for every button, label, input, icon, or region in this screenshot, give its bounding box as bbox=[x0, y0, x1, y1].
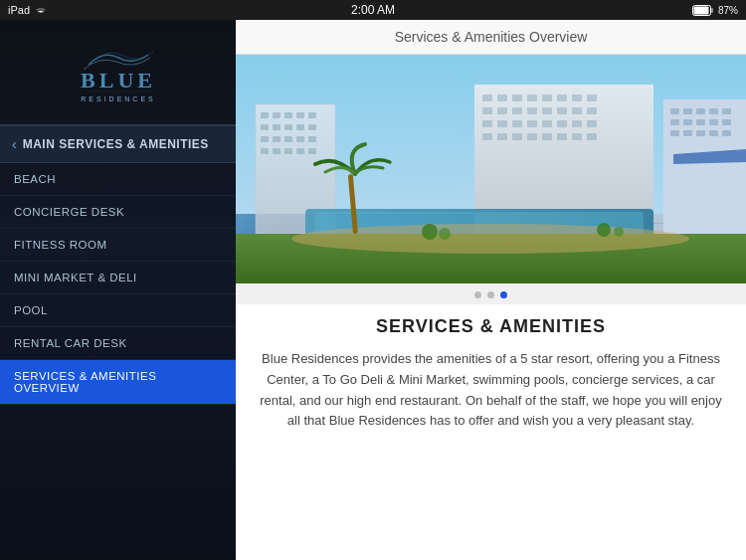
nav-item-services-overview[interactable]: SERVICES & AMENITIES OVERVIEW bbox=[0, 360, 236, 405]
svg-rect-10 bbox=[273, 112, 280, 118]
svg-rect-77 bbox=[722, 130, 731, 136]
svg-rect-67 bbox=[722, 108, 731, 114]
svg-rect-49 bbox=[527, 120, 537, 127]
svg-rect-52 bbox=[572, 120, 582, 127]
services-description: Blue Residences provides the amenities o… bbox=[256, 349, 726, 432]
svg-rect-74 bbox=[683, 130, 692, 136]
scene-svg bbox=[236, 55, 746, 283]
svg-rect-45 bbox=[587, 107, 597, 114]
svg-rect-48 bbox=[512, 120, 522, 127]
svg-rect-35 bbox=[557, 94, 567, 101]
svg-rect-44 bbox=[572, 107, 582, 114]
svg-rect-43 bbox=[557, 107, 567, 114]
svg-rect-34 bbox=[542, 94, 552, 101]
svg-point-86 bbox=[597, 223, 611, 237]
svg-rect-57 bbox=[527, 133, 537, 140]
svg-rect-37 bbox=[587, 94, 597, 101]
svg-text:BLUE: BLUE bbox=[81, 68, 156, 93]
svg-rect-13 bbox=[308, 112, 316, 118]
svg-rect-27 bbox=[296, 148, 304, 154]
nav-item-concierge[interactable]: CONCIERGE DESK bbox=[0, 196, 236, 229]
svg-rect-71 bbox=[709, 119, 718, 125]
svg-rect-22 bbox=[296, 136, 304, 142]
svg-rect-32 bbox=[512, 94, 522, 101]
status-left: iPad bbox=[8, 4, 48, 16]
content-header: Services & Amenities Overview bbox=[236, 20, 746, 55]
dot-1[interactable] bbox=[474, 291, 481, 298]
svg-rect-73 bbox=[670, 130, 679, 136]
svg-point-85 bbox=[439, 228, 451, 240]
svg-rect-25 bbox=[273, 148, 280, 154]
svg-rect-72 bbox=[722, 119, 731, 125]
svg-rect-41 bbox=[527, 107, 537, 114]
svg-rect-21 bbox=[284, 136, 292, 142]
app-container: BLUE RESIDENCES ‹ MAIN SERVICES & AMENIT… bbox=[0, 20, 746, 560]
sidebar: BLUE RESIDENCES ‹ MAIN SERVICES & AMENIT… bbox=[0, 20, 236, 560]
svg-rect-55 bbox=[497, 133, 507, 140]
services-title: SERVICES & AMENITIES bbox=[256, 316, 726, 337]
svg-rect-47 bbox=[497, 120, 507, 127]
svg-rect-20 bbox=[273, 136, 280, 142]
svg-rect-2 bbox=[711, 8, 713, 13]
status-bar: iPad 2:00 AM 87% bbox=[0, 0, 746, 20]
main-content: Services & Amenities Overview bbox=[236, 20, 746, 560]
svg-rect-39 bbox=[497, 107, 507, 114]
nav-header[interactable]: ‹ MAIN SERVICES & AMENITIES bbox=[0, 125, 236, 163]
svg-rect-42 bbox=[542, 107, 552, 114]
svg-rect-17 bbox=[296, 124, 304, 130]
battery-percentage: 87% bbox=[718, 5, 738, 16]
svg-rect-1 bbox=[693, 6, 708, 14]
image-dots bbox=[236, 283, 746, 304]
nav-item-rentalcar[interactable]: RENTAL CAR DESK bbox=[0, 327, 236, 360]
dot-3[interactable] bbox=[500, 291, 507, 298]
svg-rect-51 bbox=[557, 120, 567, 127]
nav-item-pool[interactable]: POOL bbox=[0, 294, 236, 327]
svg-rect-15 bbox=[273, 124, 280, 130]
svg-rect-28 bbox=[308, 148, 316, 154]
nav-header-label: MAIN SERVICES & AMENITIES bbox=[23, 137, 209, 151]
building-scene bbox=[236, 55, 746, 283]
wifi-icon bbox=[34, 5, 48, 15]
svg-rect-60 bbox=[572, 133, 582, 140]
svg-rect-24 bbox=[261, 148, 269, 154]
svg-rect-59 bbox=[557, 133, 567, 140]
svg-point-84 bbox=[422, 224, 438, 240]
svg-rect-11 bbox=[284, 112, 292, 118]
svg-rect-53 bbox=[587, 120, 597, 127]
svg-rect-46 bbox=[482, 120, 492, 127]
svg-rect-58 bbox=[542, 133, 552, 140]
svg-rect-64 bbox=[683, 108, 692, 114]
nav-item-minimarket[interactable]: MINI MARKET & DELI bbox=[0, 262, 236, 294]
svg-point-87 bbox=[614, 227, 624, 237]
svg-rect-56 bbox=[512, 133, 522, 140]
content-body: SERVICES & AMENITIES Blue Residences pro… bbox=[236, 304, 746, 560]
svg-rect-19 bbox=[261, 136, 269, 142]
hero-image bbox=[236, 55, 746, 283]
battery-icon bbox=[692, 5, 714, 16]
dot-2[interactable] bbox=[487, 291, 494, 298]
svg-rect-61 bbox=[587, 133, 597, 140]
svg-rect-68 bbox=[670, 119, 679, 125]
logo-graphic: BLUE RESIDENCES bbox=[59, 40, 178, 109]
svg-rect-65 bbox=[696, 108, 705, 114]
back-chevron-icon: ‹ bbox=[12, 136, 17, 152]
nav-item-fitness[interactable]: FITNESS ROOM bbox=[0, 229, 236, 262]
svg-rect-75 bbox=[696, 130, 705, 136]
status-right: 87% bbox=[692, 5, 738, 16]
svg-rect-40 bbox=[512, 107, 522, 114]
svg-rect-30 bbox=[482, 94, 492, 101]
status-time: 2:00 AM bbox=[351, 3, 395, 17]
nav-item-beach[interactable]: BEACH bbox=[0, 163, 236, 196]
ipad-label: iPad bbox=[8, 4, 30, 16]
svg-rect-33 bbox=[527, 94, 537, 101]
svg-rect-70 bbox=[696, 119, 705, 125]
svg-rect-63 bbox=[670, 108, 679, 114]
svg-rect-76 bbox=[709, 130, 718, 136]
logo-area: BLUE RESIDENCES bbox=[0, 20, 236, 125]
nav-items: BEACH CONCIERGE DESK FITNESS ROOM MINI M… bbox=[0, 163, 236, 560]
svg-rect-38 bbox=[482, 107, 492, 114]
svg-rect-23 bbox=[308, 136, 316, 142]
svg-rect-36 bbox=[572, 94, 582, 101]
svg-rect-69 bbox=[683, 119, 692, 125]
svg-point-82 bbox=[291, 224, 689, 254]
